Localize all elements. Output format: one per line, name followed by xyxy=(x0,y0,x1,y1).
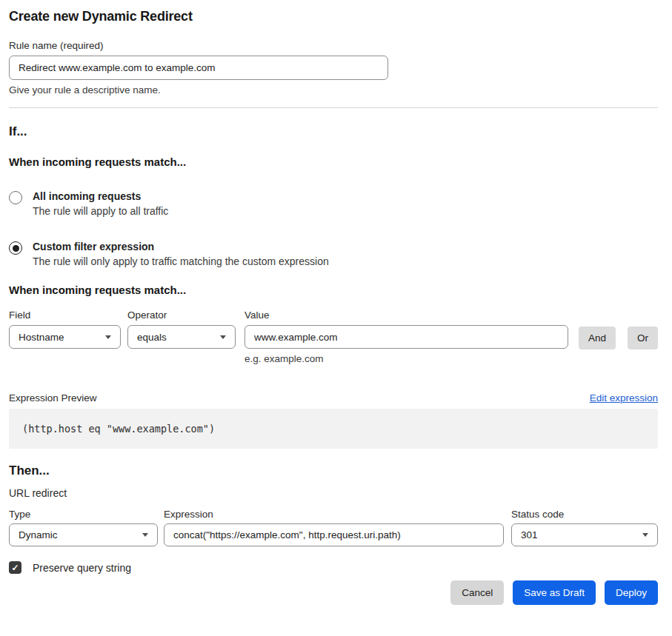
footer-actions: Cancel Save as Draft Deploy xyxy=(9,580,658,605)
radio-description: The rule will apply to all traffic xyxy=(33,205,168,217)
redirect-config-row: Type Dynamic Expression Status code 301 xyxy=(9,509,658,546)
expression-preview-code: (http.host eq "www.example.com") xyxy=(9,409,658,449)
section-divider xyxy=(9,107,658,108)
edit-expression-link[interactable]: Edit expression xyxy=(590,392,658,404)
url-redirect-label: URL redirect xyxy=(9,487,658,499)
rule-name-input[interactable] xyxy=(9,56,388,80)
field-label: Field xyxy=(9,309,121,321)
expression-code-text: (http.host eq "www.example.com") xyxy=(22,423,215,435)
expression-label: Expression xyxy=(164,509,504,520)
operator-select-value: equals xyxy=(137,332,167,343)
expression-preview-row: Expression Preview Edit expression xyxy=(9,392,658,404)
radio-label: All incoming requests xyxy=(33,190,168,202)
save-as-draft-button[interactable]: Save as Draft xyxy=(513,580,596,605)
caret-down-icon xyxy=(105,335,111,339)
radio-option-custom-filter[interactable]: Custom filter expression The rule will o… xyxy=(9,241,658,267)
or-button[interactable]: Or xyxy=(628,327,658,349)
caret-down-icon xyxy=(642,533,648,537)
field-select-value: Hostname xyxy=(19,332,64,343)
value-label: Value xyxy=(244,309,568,321)
caret-down-icon xyxy=(220,335,226,339)
then-heading: Then... xyxy=(9,463,658,478)
and-button[interactable]: And xyxy=(579,327,616,349)
expression-preview-label: Expression Preview xyxy=(9,392,97,404)
condition-heading: When incoming requests match... xyxy=(9,284,658,296)
condition-row: Field Hostname Operator equals Value e.g… xyxy=(9,309,658,364)
type-select-value: Dynamic xyxy=(19,529,58,540)
field-select[interactable]: Hostname xyxy=(9,325,121,349)
cancel-button[interactable]: Cancel xyxy=(450,580,504,605)
page-title: Create new Dynamic Redirect xyxy=(9,9,658,24)
rule-name-help: Give your rule a descriptive name. xyxy=(9,84,658,96)
type-select[interactable]: Dynamic xyxy=(9,523,158,546)
status-code-value: 301 xyxy=(521,529,538,540)
radio-icon-selected[interactable] xyxy=(9,241,22,255)
radio-dot xyxy=(13,245,19,252)
preserve-query-row[interactable]: ✓ Preserve query string xyxy=(9,561,658,574)
radio-option-all-requests[interactable]: All incoming requests The rule will appl… xyxy=(9,190,658,217)
preserve-query-label: Preserve query string xyxy=(33,562,131,574)
expression-input[interactable] xyxy=(164,523,504,546)
rule-name-label: Rule name (required) xyxy=(9,40,658,51)
status-code-label: Status code xyxy=(511,509,658,520)
radio-icon-unselected[interactable] xyxy=(9,191,22,204)
status-code-select[interactable]: 301 xyxy=(511,523,658,546)
operator-label: Operator xyxy=(127,309,236,321)
value-help: e.g. example.com xyxy=(244,353,568,364)
operator-select[interactable]: equals xyxy=(127,325,236,349)
caret-down-icon xyxy=(142,533,148,537)
if-match-heading: When incoming requests match... xyxy=(9,155,658,168)
radio-label: Custom filter expression xyxy=(33,241,329,252)
value-input[interactable] xyxy=(244,325,568,349)
if-heading: If... xyxy=(9,124,658,139)
type-label: Type xyxy=(9,509,158,520)
checkbox-checked-icon[interactable]: ✓ xyxy=(9,561,21,574)
radio-description: The rule will only apply to traffic matc… xyxy=(33,255,329,267)
deploy-button[interactable]: Deploy xyxy=(605,580,658,605)
